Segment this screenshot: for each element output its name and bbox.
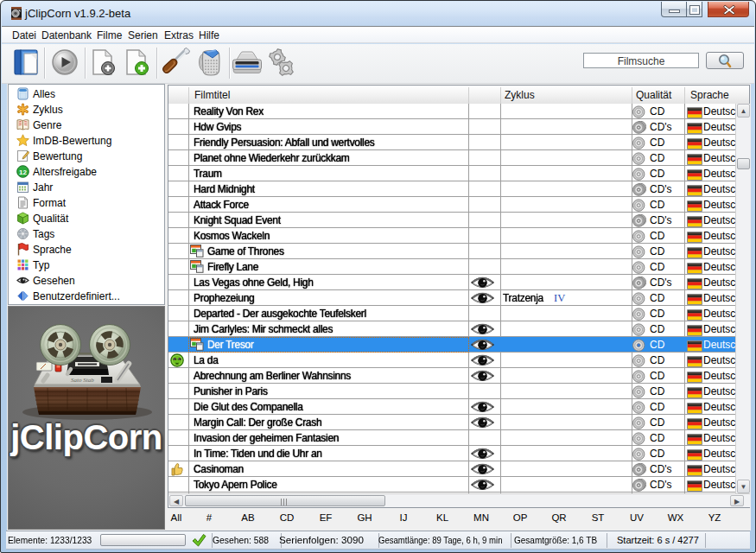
- svg-text:12: 12: [19, 168, 27, 176]
- svg-text:Sato Stab: Sato Stab: [71, 377, 94, 384]
